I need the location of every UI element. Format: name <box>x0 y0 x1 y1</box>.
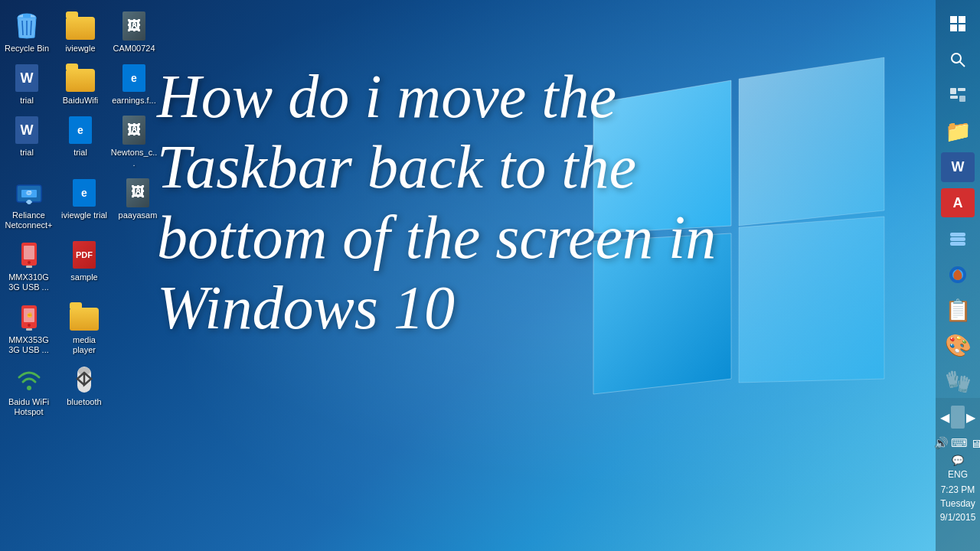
paint-sidebar-icon[interactable]: 🎨 <box>941 331 975 361</box>
icon-row-6: ✊ MMX353G 3G USB ... media player <box>0 298 168 358</box>
svg-point-23 <box>27 386 31 390</box>
svg-rect-38 <box>950 242 965 246</box>
earnings-img: e <box>119 63 149 93</box>
storage-sidebar-icon[interactable] <box>941 223 975 253</box>
reliance-img: @ <box>14 178 44 208</box>
baidu-wifi-img <box>14 364 44 395</box>
scroll-left-arrow[interactable]: ◀ <box>939 409 951 426</box>
trial-pdf-label: trial <box>74 148 87 158</box>
paayasam-label: paayasam <box>119 210 158 220</box>
heading-line4: Windows 10 <box>157 274 455 341</box>
svg-rect-37 <box>950 237 965 241</box>
svg-point-20 <box>28 324 31 327</box>
desktop-icons-area: Recycle Bin iviewgle 🖼 CAM00724 W trial <box>0 0 168 551</box>
svg-rect-35 <box>959 96 965 102</box>
trial-word2-icon[interactable]: W trial <box>0 110 54 161</box>
svg-line-31 <box>960 62 965 67</box>
mmx353g-label: MMX353G 3G USB ... <box>3 335 54 355</box>
iviewgle-folder-img <box>65 11 96 41</box>
svg-rect-8 <box>23 14 31 18</box>
svg-point-30 <box>952 54 961 63</box>
sample-label: sample <box>70 272 97 282</box>
svg-rect-34 <box>950 96 958 99</box>
svg-rect-27 <box>959 16 965 23</box>
sample-img: PDF <box>69 240 100 270</box>
scroll-right-arrow[interactable]: ▶ <box>965 409 977 426</box>
svg-rect-15 <box>24 246 34 259</box>
svg-rect-21 <box>26 328 32 331</box>
recycle-bin-label: Recycle Bin <box>5 44 49 54</box>
svg-point-16 <box>28 261 31 264</box>
newtons-img: 🖼 <box>119 115 149 145</box>
notification-tray-icon[interactable]: 💬 <box>952 455 964 466</box>
task-view-sidebar-icon[interactable] <box>941 80 975 110</box>
svg-rect-17 <box>26 266 32 268</box>
media-player-icon[interactable]: media player <box>57 298 111 358</box>
reliance-label: Reliance Netconnect+ <box>3 210 54 230</box>
trial-word-label: trial <box>20 96 34 106</box>
earnings-icon[interactable]: e earnings.f... <box>107 58 161 109</box>
heading-line2: Taskbar back to the <box>157 133 636 201</box>
language-indicator: ENG <box>948 469 968 480</box>
cam00724-img: 🖼 <box>119 11 149 41</box>
right-sidebar: 📁 W A 📋 🎨 🧤 <box>936 0 980 398</box>
right-scrollbar: ◀ ▶ 🔊 ⌨ 🖥 💬 ENG 7:23 PM Tuesday 9/1/2015 <box>936 398 980 551</box>
iviewgle-folder-icon[interactable]: iviewgle <box>54 6 107 57</box>
monitor-tray-icon[interactable]: 🖥 <box>970 437 980 450</box>
baiduwifi-img <box>65 63 96 93</box>
iviewgle-trial-img: e <box>69 178 100 208</box>
search-sidebar-icon[interactable] <box>941 45 975 75</box>
day: Tuesday <box>940 497 976 510</box>
svg-line-5 <box>22 21 23 35</box>
svg-rect-26 <box>950 16 957 23</box>
svg-text:@: @ <box>26 189 32 196</box>
svg-text:✊: ✊ <box>26 312 32 318</box>
trial-word-img: W <box>11 63 42 93</box>
cam00724-label: CAM00724 <box>113 44 155 54</box>
folder-sidebar-icon[interactable]: 📁 <box>941 116 975 146</box>
media-player-img <box>69 302 100 333</box>
earnings-label: earnings.f... <box>112 96 155 106</box>
baidu-wifi-icon[interactable]: Baidu WiFi Hotspot <box>0 360 57 420</box>
baiduwifi-label: BaiduWifi <box>63 96 98 106</box>
heading-line3: bottom of the screen in <box>157 204 716 271</box>
acrobat-sidebar-icon[interactable]: A <box>941 188 975 218</box>
scroll-track[interactable] <box>951 406 965 429</box>
iviewgle-trial-label: iviewgle trial <box>61 210 107 220</box>
bluetooth-icon[interactable]: bluetooth <box>57 360 111 410</box>
date: 9/1/2015 <box>940 510 976 524</box>
sticky-notes-sidebar-icon[interactable]: 📋 <box>941 295 975 325</box>
iviewgle-trial-icon[interactable]: e iviewgle trial <box>57 173 111 223</box>
iviewgle-label: iviewgle <box>65 44 95 54</box>
baiduwifi-icon[interactable]: BaiduWifi <box>54 58 107 109</box>
bluetooth-label: bluetooth <box>67 397 101 407</box>
volume-tray-icon[interactable]: 🔊 <box>934 436 949 450</box>
sample-icon[interactable]: PDF sample <box>57 235 111 285</box>
svg-rect-33 <box>958 88 965 91</box>
newtons-icon[interactable]: 🖼 Newtons_c... <box>107 110 161 171</box>
windows-sidebar-icon[interactable] <box>941 9 975 39</box>
reliance-icon[interactable]: @ Reliance Netconnect+ <box>0 173 57 233</box>
icon-row-5: MMX310G 3G USB ... PDF sample <box>0 235 168 295</box>
sports-sidebar-icon[interactable]: 🧤 <box>941 367 975 396</box>
firefox-sidebar-icon[interactable] <box>941 259 975 289</box>
time: 7:23 PM <box>940 483 976 497</box>
icon-row-4: @ Reliance Netconnect+ e iviewgle trial … <box>0 173 168 233</box>
mmx353g-icon[interactable]: ✊ MMX353G 3G USB ... <box>0 298 57 358</box>
newtons-label: Newtons_c... <box>110 148 158 168</box>
svg-rect-36 <box>950 233 965 236</box>
heading-text: How do i move the Taskbar back to the bo… <box>157 61 907 343</box>
keyboard-tray-icon[interactable]: ⌨ <box>951 436 968 450</box>
recycle-bin-img <box>11 11 42 41</box>
word-sidebar-icon[interactable]: W <box>941 152 975 182</box>
svg-rect-32 <box>950 88 956 94</box>
trial-pdf-icon[interactable]: e trial <box>54 110 107 161</box>
mmx310g-label: MMX310G 3G USB ... <box>3 272 54 292</box>
svg-line-7 <box>31 21 31 35</box>
baidu-wifi-label: Baidu WiFi Hotspot <box>3 397 54 417</box>
recycle-bin-icon[interactable]: Recycle Bin <box>0 6 54 57</box>
cam00724-icon[interactable]: 🖼 CAM00724 <box>107 6 161 57</box>
trial-word-icon[interactable]: W trial <box>0 58 54 109</box>
bluetooth-img <box>69 364 100 395</box>
mmx310g-icon[interactable]: MMX310G 3G USB ... <box>0 235 57 295</box>
